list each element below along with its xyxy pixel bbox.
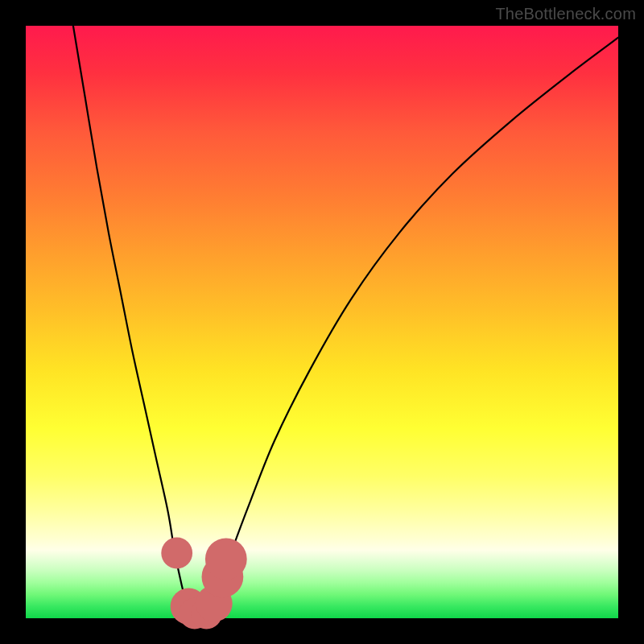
marker-group <box>161 538 246 630</box>
chart-frame: TheBottleneck.com <box>0 0 644 644</box>
plot-area <box>26 26 618 618</box>
marker-right-b <box>205 539 247 580</box>
curve-layer <box>26 26 618 618</box>
bottleneck-curve <box>73 26 618 619</box>
marker-left <box>161 538 192 569</box>
watermark-text: TheBottleneck.com <box>495 5 636 23</box>
